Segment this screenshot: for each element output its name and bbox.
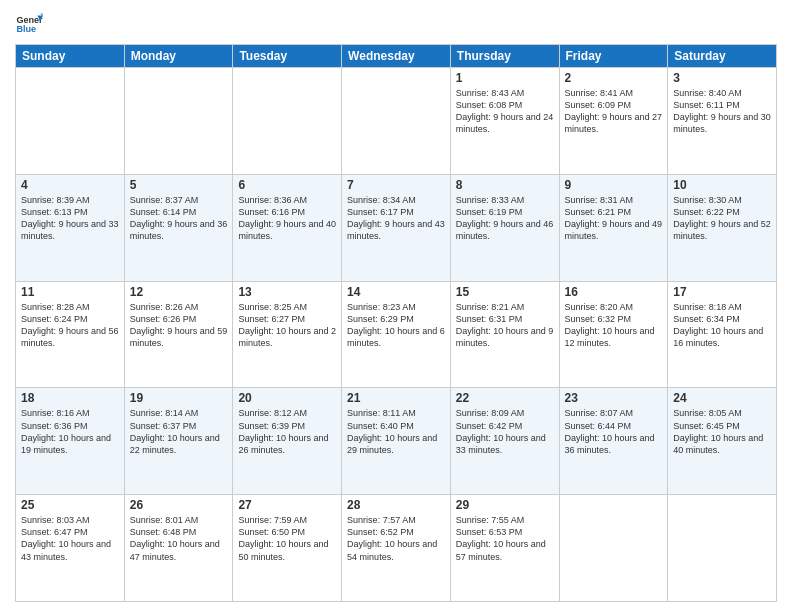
day-number: 28 xyxy=(347,498,445,512)
calendar-cell xyxy=(16,68,125,175)
day-detail: Sunrise: 8:14 AM Sunset: 6:37 PM Dayligh… xyxy=(130,407,228,456)
day-number: 4 xyxy=(21,178,119,192)
day-detail: Sunrise: 7:57 AM Sunset: 6:52 PM Dayligh… xyxy=(347,514,445,563)
calendar-cell: 15Sunrise: 8:21 AM Sunset: 6:31 PM Dayli… xyxy=(450,281,559,388)
calendar-cell: 6Sunrise: 8:36 AM Sunset: 6:16 PM Daylig… xyxy=(233,174,342,281)
calendar-cell: 7Sunrise: 8:34 AM Sunset: 6:17 PM Daylig… xyxy=(342,174,451,281)
day-number: 7 xyxy=(347,178,445,192)
day-number: 6 xyxy=(238,178,336,192)
calendar-cell xyxy=(124,68,233,175)
day-number: 11 xyxy=(21,285,119,299)
day-number: 21 xyxy=(347,391,445,405)
day-detail: Sunrise: 8:25 AM Sunset: 6:27 PM Dayligh… xyxy=(238,301,336,350)
calendar-cell: 5Sunrise: 8:37 AM Sunset: 6:14 PM Daylig… xyxy=(124,174,233,281)
day-detail: Sunrise: 8:16 AM Sunset: 6:36 PM Dayligh… xyxy=(21,407,119,456)
day-detail: Sunrise: 8:40 AM Sunset: 6:11 PM Dayligh… xyxy=(673,87,771,136)
day-number: 9 xyxy=(565,178,663,192)
day-detail: Sunrise: 8:21 AM Sunset: 6:31 PM Dayligh… xyxy=(456,301,554,350)
calendar-cell: 18Sunrise: 8:16 AM Sunset: 6:36 PM Dayli… xyxy=(16,388,125,495)
calendar-cell: 22Sunrise: 8:09 AM Sunset: 6:42 PM Dayli… xyxy=(450,388,559,495)
day-number: 16 xyxy=(565,285,663,299)
day-detail: Sunrise: 8:33 AM Sunset: 6:19 PM Dayligh… xyxy=(456,194,554,243)
day-detail: Sunrise: 8:05 AM Sunset: 6:45 PM Dayligh… xyxy=(673,407,771,456)
day-number: 3 xyxy=(673,71,771,85)
day-detail: Sunrise: 8:37 AM Sunset: 6:14 PM Dayligh… xyxy=(130,194,228,243)
day-detail: Sunrise: 8:07 AM Sunset: 6:44 PM Dayligh… xyxy=(565,407,663,456)
day-number: 27 xyxy=(238,498,336,512)
day-detail: Sunrise: 8:30 AM Sunset: 6:22 PM Dayligh… xyxy=(673,194,771,243)
calendar-cell xyxy=(233,68,342,175)
calendar-weekday-wednesday: Wednesday xyxy=(342,45,451,68)
day-detail: Sunrise: 8:36 AM Sunset: 6:16 PM Dayligh… xyxy=(238,194,336,243)
calendar-weekday-monday: Monday xyxy=(124,45,233,68)
day-number: 10 xyxy=(673,178,771,192)
calendar-cell: 24Sunrise: 8:05 AM Sunset: 6:45 PM Dayli… xyxy=(668,388,777,495)
calendar-cell: 16Sunrise: 8:20 AM Sunset: 6:32 PM Dayli… xyxy=(559,281,668,388)
calendar-cell: 23Sunrise: 8:07 AM Sunset: 6:44 PM Dayli… xyxy=(559,388,668,495)
day-detail: Sunrise: 8:26 AM Sunset: 6:26 PM Dayligh… xyxy=(130,301,228,350)
calendar-weekday-tuesday: Tuesday xyxy=(233,45,342,68)
calendar-cell: 11Sunrise: 8:28 AM Sunset: 6:24 PM Dayli… xyxy=(16,281,125,388)
logo: General Blue xyxy=(15,10,43,38)
header: General Blue xyxy=(15,10,777,38)
day-detail: Sunrise: 8:03 AM Sunset: 6:47 PM Dayligh… xyxy=(21,514,119,563)
day-detail: Sunrise: 8:31 AM Sunset: 6:21 PM Dayligh… xyxy=(565,194,663,243)
day-detail: Sunrise: 7:55 AM Sunset: 6:53 PM Dayligh… xyxy=(456,514,554,563)
day-number: 22 xyxy=(456,391,554,405)
calendar-weekday-thursday: Thursday xyxy=(450,45,559,68)
day-number: 18 xyxy=(21,391,119,405)
calendar-header-row: SundayMondayTuesdayWednesdayThursdayFrid… xyxy=(16,45,777,68)
day-number: 14 xyxy=(347,285,445,299)
day-number: 1 xyxy=(456,71,554,85)
calendar-cell: 9Sunrise: 8:31 AM Sunset: 6:21 PM Daylig… xyxy=(559,174,668,281)
calendar-cell: 2Sunrise: 8:41 AM Sunset: 6:09 PM Daylig… xyxy=(559,68,668,175)
day-number: 12 xyxy=(130,285,228,299)
day-number: 8 xyxy=(456,178,554,192)
day-number: 5 xyxy=(130,178,228,192)
calendar-cell: 1Sunrise: 8:43 AM Sunset: 6:08 PM Daylig… xyxy=(450,68,559,175)
calendar-cell: 27Sunrise: 7:59 AM Sunset: 6:50 PM Dayli… xyxy=(233,495,342,602)
day-detail: Sunrise: 8:12 AM Sunset: 6:39 PM Dayligh… xyxy=(238,407,336,456)
day-number: 20 xyxy=(238,391,336,405)
calendar-week-row: 1Sunrise: 8:43 AM Sunset: 6:08 PM Daylig… xyxy=(16,68,777,175)
calendar-cell: 26Sunrise: 8:01 AM Sunset: 6:48 PM Dayli… xyxy=(124,495,233,602)
day-number: 29 xyxy=(456,498,554,512)
calendar-cell: 28Sunrise: 7:57 AM Sunset: 6:52 PM Dayli… xyxy=(342,495,451,602)
day-number: 19 xyxy=(130,391,228,405)
calendar-weekday-sunday: Sunday xyxy=(16,45,125,68)
calendar-weekday-saturday: Saturday xyxy=(668,45,777,68)
calendar-cell: 19Sunrise: 8:14 AM Sunset: 6:37 PM Dayli… xyxy=(124,388,233,495)
calendar-cell: 12Sunrise: 8:26 AM Sunset: 6:26 PM Dayli… xyxy=(124,281,233,388)
day-detail: Sunrise: 8:34 AM Sunset: 6:17 PM Dayligh… xyxy=(347,194,445,243)
day-detail: Sunrise: 8:09 AM Sunset: 6:42 PM Dayligh… xyxy=(456,407,554,456)
day-number: 25 xyxy=(21,498,119,512)
day-number: 13 xyxy=(238,285,336,299)
calendar-week-row: 4Sunrise: 8:39 AM Sunset: 6:13 PM Daylig… xyxy=(16,174,777,281)
calendar-cell: 20Sunrise: 8:12 AM Sunset: 6:39 PM Dayli… xyxy=(233,388,342,495)
day-detail: Sunrise: 8:20 AM Sunset: 6:32 PM Dayligh… xyxy=(565,301,663,350)
day-detail: Sunrise: 8:28 AM Sunset: 6:24 PM Dayligh… xyxy=(21,301,119,350)
calendar-cell: 25Sunrise: 8:03 AM Sunset: 6:47 PM Dayli… xyxy=(16,495,125,602)
day-number: 17 xyxy=(673,285,771,299)
calendar-cell: 4Sunrise: 8:39 AM Sunset: 6:13 PM Daylig… xyxy=(16,174,125,281)
calendar-week-row: 25Sunrise: 8:03 AM Sunset: 6:47 PM Dayli… xyxy=(16,495,777,602)
day-number: 2 xyxy=(565,71,663,85)
day-detail: Sunrise: 8:41 AM Sunset: 6:09 PM Dayligh… xyxy=(565,87,663,136)
day-detail: Sunrise: 8:23 AM Sunset: 6:29 PM Dayligh… xyxy=(347,301,445,350)
calendar-cell: 14Sunrise: 8:23 AM Sunset: 6:29 PM Dayli… xyxy=(342,281,451,388)
day-detail: Sunrise: 8:01 AM Sunset: 6:48 PM Dayligh… xyxy=(130,514,228,563)
page: General Blue SundayMondayTuesdayWednesda… xyxy=(0,0,792,612)
calendar-cell xyxy=(559,495,668,602)
calendar-week-row: 18Sunrise: 8:16 AM Sunset: 6:36 PM Dayli… xyxy=(16,388,777,495)
day-detail: Sunrise: 8:18 AM Sunset: 6:34 PM Dayligh… xyxy=(673,301,771,350)
day-number: 24 xyxy=(673,391,771,405)
calendar-weekday-friday: Friday xyxy=(559,45,668,68)
day-number: 23 xyxy=(565,391,663,405)
calendar-table: SundayMondayTuesdayWednesdayThursdayFrid… xyxy=(15,44,777,602)
day-number: 26 xyxy=(130,498,228,512)
calendar-week-row: 11Sunrise: 8:28 AM Sunset: 6:24 PM Dayli… xyxy=(16,281,777,388)
calendar-cell: 29Sunrise: 7:55 AM Sunset: 6:53 PM Dayli… xyxy=(450,495,559,602)
day-number: 15 xyxy=(456,285,554,299)
day-detail: Sunrise: 7:59 AM Sunset: 6:50 PM Dayligh… xyxy=(238,514,336,563)
day-detail: Sunrise: 8:39 AM Sunset: 6:13 PM Dayligh… xyxy=(21,194,119,243)
